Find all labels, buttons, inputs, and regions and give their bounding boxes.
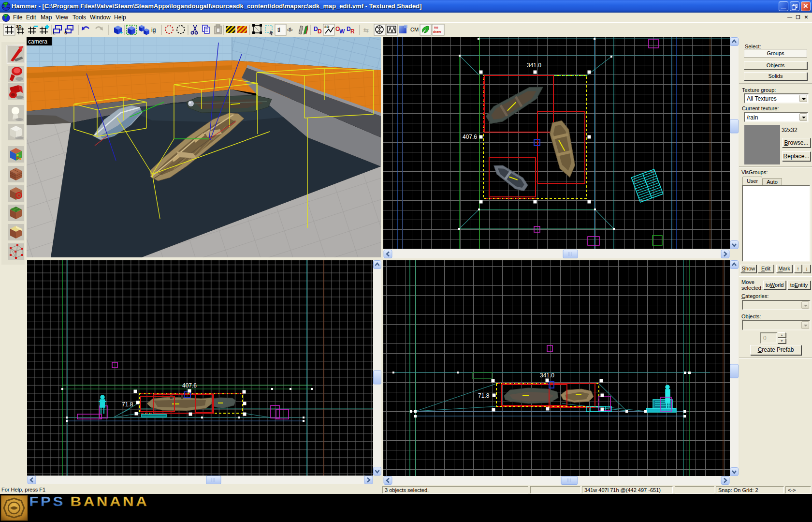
svg-text:71.8: 71.8: [478, 392, 490, 399]
svg-text:⇆: ⇆: [363, 27, 369, 34]
svg-text:BANANA: BANANA: [71, 494, 149, 509]
svg-text:S: S: [64, 30, 67, 35]
svg-text:341.0: 341.0: [540, 372, 554, 379]
svg-text:ig: ig: [151, 27, 156, 33]
svg-text:341.0: 341.0: [527, 62, 541, 69]
svg-text:no: no: [434, 26, 438, 29]
svg-text:camera: camera: [28, 38, 47, 45]
svg-text:tl: tl: [277, 27, 280, 33]
svg-text:D: D: [318, 28, 322, 35]
svg-text:FPS: FPS: [29, 494, 65, 509]
svg-text:71.8: 71.8: [122, 401, 133, 408]
svg-text:407.6: 407.6: [463, 134, 477, 140]
svg-text:‹tl›: ‹tl›: [287, 27, 293, 32]
svg-text:R: R: [350, 28, 355, 35]
svg-text:CM: CM: [410, 27, 419, 32]
svg-text:3D: 3D: [324, 25, 329, 29]
svg-text:W: W: [339, 28, 345, 35]
svg-text:407.6: 407.6: [182, 382, 197, 389]
svg-text:L: L: [53, 30, 56, 35]
svg-text:draw: draw: [433, 30, 441, 33]
